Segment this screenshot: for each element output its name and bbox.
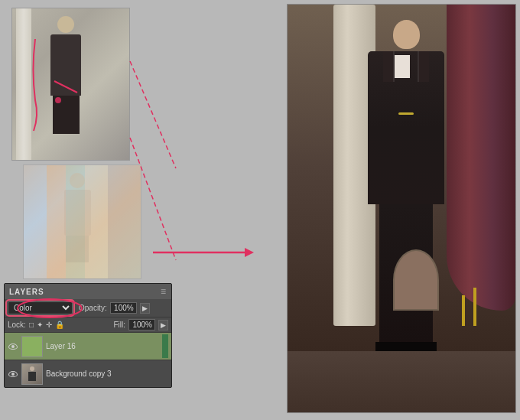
ghost-body	[64, 190, 91, 236]
layers-lock-row: Lock: □ ✦ ✛ 🔒 Fill: ▶	[5, 317, 171, 332]
lock-transparent-icon[interactable]: □	[29, 321, 34, 329]
curtain-tassel-2	[473, 288, 476, 326]
layers-menu-icon[interactable]: ≡	[161, 286, 167, 297]
ghost-figure	[54, 173, 100, 265]
left-photo	[11, 8, 130, 161]
layer-scroll[interactable]	[162, 334, 168, 358]
svg-marker-3	[245, 248, 254, 257]
main-container: LAYERS ≡ Color Normal Multiply Screen Ov…	[0, 0, 520, 420]
eye-icon-1	[8, 371, 18, 377]
lock-image-icon[interactable]: ✦	[37, 321, 43, 329]
lock-all-icon[interactable]: 🔒	[55, 321, 64, 329]
layer-name-0: Layer 16	[46, 342, 158, 350]
fill-arrow-button[interactable]: ▶	[158, 320, 168, 330]
opacity-label: Opacity:	[79, 304, 107, 312]
opacity-arrow-button[interactable]: ▶	[140, 303, 150, 314]
curtain-tassel-1	[462, 295, 465, 326]
layer-thumb-head	[30, 366, 34, 371]
blend-mode-select[interactable]: Color Normal Multiply Screen Overlay	[8, 301, 73, 314]
layer-row-1[interactable]: Background copy 3	[5, 360, 171, 387]
right-photo-bg	[288, 5, 515, 412]
right-curtain	[447, 5, 515, 311]
color-stripe-5	[108, 165, 141, 278]
figure-head	[57, 16, 74, 33]
layers-panel-title: LAYERS	[9, 288, 44, 296]
layer-row-0[interactable]: Layer 16	[5, 332, 171, 360]
color-overlay-layer	[23, 164, 141, 279]
shirt-front	[395, 55, 410, 78]
opacity-input[interactable]	[110, 302, 137, 314]
layer-thumb-body	[28, 372, 36, 381]
right-table	[393, 249, 439, 311]
photo-figure	[35, 16, 96, 138]
coat-lapel-left	[383, 51, 395, 82]
lock-label: Lock:	[8, 321, 26, 329]
layer-thumbnail-0	[21, 336, 43, 357]
right-photo	[287, 4, 516, 413]
right-floor	[288, 351, 515, 412]
lock-position-icon[interactable]: ✛	[46, 321, 52, 329]
layer-thumb-green	[22, 337, 42, 357]
layer-name-1: Background copy 3	[46, 370, 168, 378]
figure-body	[50, 34, 81, 96]
layers-panel-header: LAYERS ≡	[5, 284, 171, 299]
eye-icon-0	[8, 343, 18, 350]
left-photo-inner	[12, 8, 129, 160]
ghost-legs	[66, 236, 89, 262]
ghost-head	[70, 173, 85, 188]
right-coat	[368, 51, 444, 204]
watch-chain	[398, 112, 414, 115]
svg-line-1	[130, 61, 176, 168]
right-head	[393, 20, 420, 49]
layers-panel: LAYERS ≡ Color Normal Multiply Screen Ov…	[4, 283, 172, 388]
layer-thumbnail-1	[21, 363, 43, 385]
coat-lapel-right	[418, 51, 429, 82]
layers-blend-row: Color Normal Multiply Screen Overlay Opa…	[5, 299, 171, 317]
figure-legs	[53, 96, 80, 134]
photo-column	[16, 8, 31, 161]
fill-label: Fill:	[113, 321, 125, 329]
color-stripe-1	[24, 165, 47, 278]
color-overlay-inner	[24, 165, 141, 278]
layer-thumb-figure	[28, 366, 36, 382]
layer-eye-0[interactable]	[8, 341, 18, 352]
right-figure	[356, 20, 456, 387]
fill-input[interactable]	[128, 319, 155, 330]
layer-thumb-photo	[22, 364, 42, 384]
layer-eye-1[interactable]	[8, 369, 18, 379]
